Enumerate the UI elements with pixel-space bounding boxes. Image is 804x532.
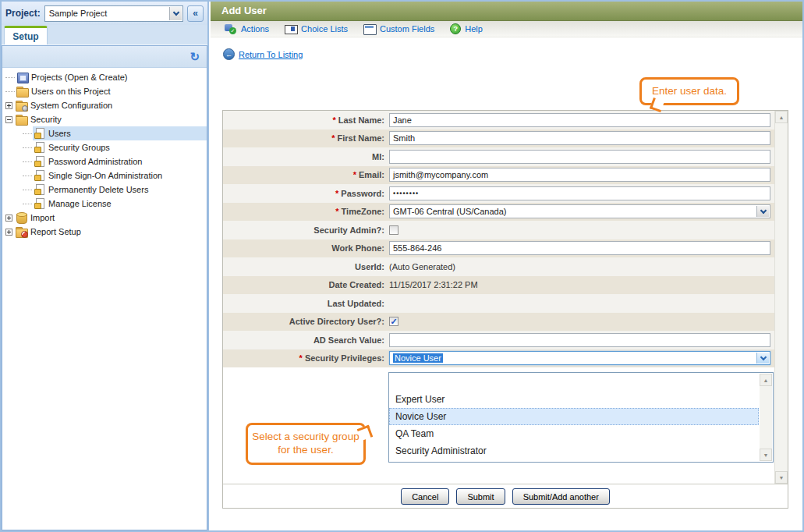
tree-item-label: Import	[30, 213, 55, 222]
tree-item-body: Security	[15, 112, 207, 126]
scroll-down-icon[interactable]: ▼	[775, 471, 788, 484]
expand-icon[interactable]	[5, 102, 12, 109]
field-label-text: AD Search Value:	[313, 335, 384, 345]
actions-label: Actions	[241, 24, 269, 34]
security-admin-row: Security Admin?:	[223, 221, 788, 239]
first-name-input[interactable]: Smith	[389, 131, 770, 145]
tab-setup[interactable]: Setup	[4, 26, 48, 44]
callout-select-security-group-text: Select a security group for the user.	[248, 431, 363, 457]
tree-item-body: Import	[15, 211, 207, 225]
security-privileges-dropdown-button[interactable]	[756, 353, 769, 364]
dropdown-option-blank[interactable]	[389, 374, 759, 391]
dropdown-option-novice-user[interactable]: Novice User	[389, 408, 759, 425]
tree-connector	[23, 147, 32, 148]
email-input[interactable]: jsmith@mycompany.com	[389, 168, 770, 182]
timezone-dropdown-button[interactable]	[756, 206, 769, 217]
lockpage-icon	[34, 142, 45, 153]
tree-item-manage-license[interactable]: Manage License	[2, 197, 207, 211]
required-marker: *	[332, 115, 335, 125]
tree-connector	[23, 204, 32, 204]
tree-item-label: Security	[30, 115, 62, 124]
first-name-value-cell: Smith	[389, 131, 788, 145]
last-updated-row: Last Updated:	[223, 294, 788, 313]
form-scrollbar[interactable]: ▲ ▼	[774, 111, 788, 484]
tree-item-body: Manage License	[33, 197, 207, 211]
chevron-down-icon	[760, 354, 766, 360]
date-created-label: Date Created:	[223, 280, 389, 289]
back-arrow-icon: ←	[223, 48, 235, 60]
mi-input[interactable]	[389, 150, 770, 164]
lockpage-icon	[34, 184, 45, 195]
pie-icon	[21, 231, 28, 238]
field-label-text: First Name:	[337, 133, 384, 143]
callout-enter-user-data-text: Enter user data.	[652, 85, 727, 98]
tree-item-body: Permanently Delete Users	[33, 183, 207, 197]
field-label-text: Last Updated:	[328, 299, 384, 308]
collapse-icon[interactable]	[5, 116, 12, 123]
field-label-text: Security Admin?:	[313, 225, 384, 235]
tree-item-security-groups[interactable]: Security Groups	[2, 140, 207, 154]
projects-icon	[16, 72, 28, 83]
userid-row: UserId:(Auto Generated)	[223, 257, 788, 276]
ad-search-value-input[interactable]	[389, 333, 770, 347]
refresh-icon[interactable]: ↻	[189, 51, 200, 62]
submit-add-another-button[interactable]: Submit/Add another	[512, 488, 610, 505]
tree-item-body: System Configuration	[15, 98, 207, 112]
tree-item-import[interactable]: Import	[2, 211, 207, 225]
choice-lists-button[interactable]: Choice Lists	[285, 23, 348, 34]
tree-item-users[interactable]: Users	[2, 126, 207, 140]
last-name-input[interactable]: Jane	[389, 113, 770, 127]
return-to-listing-link[interactable]: ← Return To Listing	[223, 48, 303, 60]
scroll-up-icon[interactable]: ▲	[760, 374, 772, 386]
submit-button[interactable]: Submit	[456, 488, 505, 505]
work-phone-row: Work Phone:555-864-246	[223, 239, 788, 258]
actions-button[interactable]: Actions	[225, 23, 269, 34]
tree-item-single-sign-on-administration[interactable]: Single Sign-On Administration	[2, 168, 207, 183]
project-select-dropdown-button[interactable]	[169, 7, 182, 20]
tree-item-projects-open-create[interactable]: Projects (Open & Create)	[2, 70, 207, 84]
tree-connector	[5, 91, 15, 92]
dropdown-scrollbar[interactable]: ▲ ▼	[760, 374, 772, 461]
help-button[interactable]: ?Help	[450, 23, 483, 34]
tree-item-body: Password Administration	[33, 154, 207, 168]
scroll-up-icon[interactable]: ▲	[775, 111, 788, 123]
actions-icon	[225, 23, 237, 34]
custom-fields-button[interactable]: Custom Fields	[363, 23, 434, 34]
chevron-down-icon	[172, 9, 179, 15]
mi-label: MI:	[223, 152, 389, 161]
security-privileges-combobox[interactable]: Novice User	[389, 351, 770, 365]
dropdown-options: Expert UserNovice UserQA TeamSecurity Ad…	[389, 374, 759, 459]
security-privileges-row: *Security Privileges:Novice User	[223, 349, 788, 368]
field-label-text: MI:	[372, 152, 384, 161]
timezone-row: *TimeZone:GMT-06 Central (US/Canada)	[223, 203, 788, 222]
ad-search-value-value-cell	[389, 333, 788, 347]
chevron-down-icon	[760, 207, 766, 214]
scroll-down-icon[interactable]: ▼	[760, 449, 772, 461]
tree-connector	[23, 190, 32, 190]
field-label-text: TimeZone:	[342, 207, 384, 216]
dropdown-option-qa-team[interactable]: QA Team	[389, 425, 759, 442]
cancel-button[interactable]: Cancel	[401, 488, 449, 505]
folder-icon	[16, 86, 28, 97]
tree-item-label: Security Groups	[48, 143, 110, 152]
collapse-sidebar-button[interactable]: «	[187, 5, 204, 22]
security-admin-checkbox[interactable]	[389, 225, 398, 235]
password-input[interactable]: ••••••••	[389, 186, 770, 200]
active-directory-user-checkbox[interactable]: ✓	[389, 317, 398, 326]
tree-item-password-administration[interactable]: Password Administration	[2, 154, 207, 168]
tree-item-report-setup[interactable]: Report Setup	[2, 225, 207, 239]
tree-item-system-configuration[interactable]: System Configuration	[2, 98, 207, 112]
dropdown-option-security-administrator[interactable]: Security Administrator	[389, 442, 759, 459]
timezone-select[interactable]: GMT-06 Central (US/Canada)	[389, 204, 770, 218]
project-select[interactable]: Sample Project	[44, 5, 183, 22]
tree-item-security[interactable]: Security	[2, 112, 207, 126]
tree-item-body: Users	[33, 126, 207, 140]
tree-item-permanently-delete-users[interactable]: Permanently Delete Users	[2, 183, 207, 197]
expand-icon[interactable]	[5, 229, 12, 236]
dropdown-option-expert-user[interactable]: Expert User	[389, 391, 759, 408]
work-phone-input[interactable]: 555-864-246	[389, 241, 770, 255]
choice-lists-icon	[285, 23, 297, 34]
expand-icon[interactable]	[5, 215, 12, 222]
last-updated-label: Last Updated:	[223, 299, 389, 308]
tree-item-users-on-this-project[interactable]: Users on this Project	[2, 84, 207, 98]
